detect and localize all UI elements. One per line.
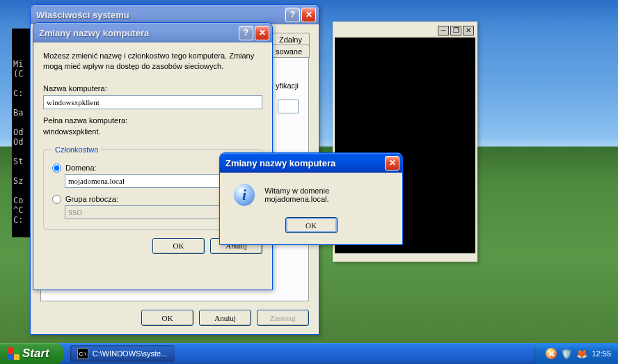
close-button[interactable]: ✕ xyxy=(301,8,316,22)
msgbox-buttons: OK xyxy=(234,217,388,233)
fragment-input[interactable] xyxy=(278,100,299,113)
tab-advanced[interactable]: sowane xyxy=(268,45,310,58)
tray-icon-3[interactable]: 🦊 xyxy=(576,348,587,359)
window-title: Zmiany nazwy komputera xyxy=(39,28,239,38)
full-name-label: Pełna nazwa komputera: xyxy=(43,116,262,125)
sysprops-titlebar[interactable]: Właściwości systemu ? ✕ xyxy=(31,5,319,24)
close-button[interactable]: ✕ xyxy=(463,26,474,35)
system-tray[interactable]: ✕ 🛡️ 🦊 12:55 xyxy=(534,343,618,364)
domain-label[interactable]: Domena: xyxy=(65,164,97,172)
close-button[interactable]: ✕ xyxy=(385,156,399,171)
taskbar-item-cmd[interactable]: C:\ C:\WINDOWS\syste... xyxy=(70,345,175,362)
msgbox-body: i Witamy w domenie mojadomena.local. OK xyxy=(220,173,402,244)
ok-button[interactable]: OK xyxy=(152,238,205,254)
cancel-button[interactable]: Anuluj xyxy=(199,310,251,326)
ok-button[interactable]: OK xyxy=(285,217,338,233)
ok-button[interactable]: OK xyxy=(141,310,193,326)
task-label: C:\WINDOWS\syste... xyxy=(93,349,168,358)
msgbox-content: i Witamy w domenie mojadomena.local. xyxy=(234,184,388,206)
rename-titlebar[interactable]: Zmiany nazwy komputera ? ✕ xyxy=(33,23,272,42)
intro-text: Możesz zmienić nazwę i członkostwo tego … xyxy=(43,51,262,72)
clock[interactable]: 12:55 xyxy=(592,349,611,358)
welcome-message-box: Zmiany nazwy komputera ✕ i Witamy w dome… xyxy=(219,152,403,245)
start-label: Start xyxy=(22,347,49,361)
taskbar: Start C:\ C:\WINDOWS\syste... ✕ 🛡️ 🦊 12:… xyxy=(0,343,618,364)
tray-icon-2[interactable]: 🛡️ xyxy=(561,348,572,359)
cmd-titlebar[interactable]: ─ ❐ ✕ xyxy=(335,24,475,38)
help-button[interactable]: ? xyxy=(239,26,253,40)
close-button[interactable]: ✕ xyxy=(255,26,269,40)
window-title: Zmiany nazwy komputera xyxy=(225,158,385,168)
full-name-value: windowsxpklient. xyxy=(43,127,262,136)
membership-legend: Członkostwo xyxy=(52,145,101,154)
msgbox-text: Witamy w domenie mojadomena.local. xyxy=(264,187,388,203)
workgroup-label[interactable]: Grupa robocza: xyxy=(65,195,118,203)
info-icon: i xyxy=(234,184,255,206)
msgbox-titlebar[interactable]: Zmiany nazwy komputera ✕ xyxy=(220,153,402,173)
security-alert-icon[interactable]: ✕ xyxy=(546,348,557,359)
start-button[interactable]: Start xyxy=(0,343,63,364)
domain-radio[interactable] xyxy=(52,164,61,173)
restore-button[interactable]: ❐ xyxy=(450,26,461,35)
minimize-button[interactable]: ─ xyxy=(438,26,449,35)
sysprops-buttons: OK Anuluj Zastosuj xyxy=(40,310,309,326)
workgroup-radio[interactable] xyxy=(52,195,61,204)
help-button[interactable]: ? xyxy=(285,8,300,22)
windows-logo-icon xyxy=(7,347,19,360)
apply-button: Zastosuj xyxy=(257,310,309,326)
computer-name-label: Nazwa komputera: xyxy=(43,84,262,93)
window-title: Właściwości systemu xyxy=(36,10,285,20)
computer-name-input[interactable] xyxy=(43,95,262,109)
cmd-icon: C:\ xyxy=(77,348,88,359)
